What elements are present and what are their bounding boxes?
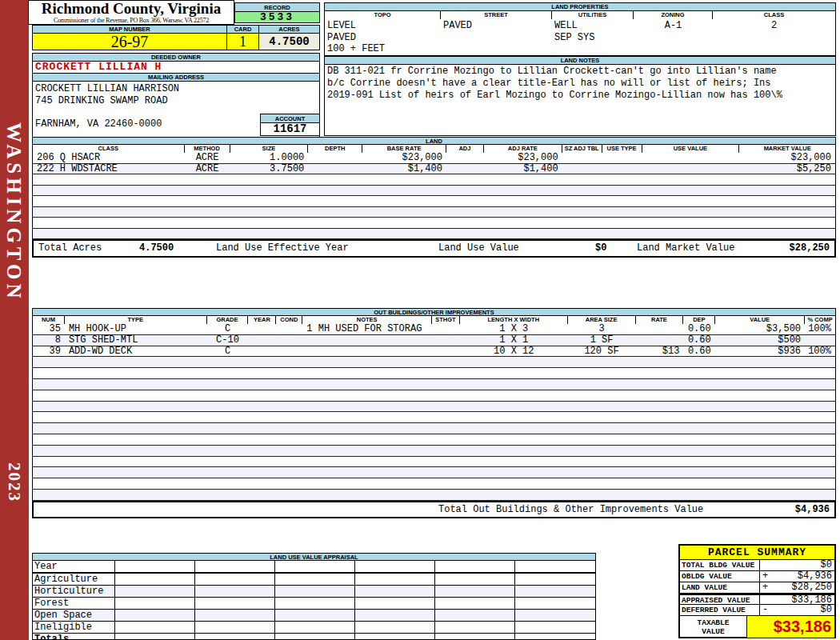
column-header: COND (276, 316, 302, 324)
appraisal-cell (195, 574, 275, 585)
land-use-value: $0 (595, 241, 606, 256)
land-properties-column-header: ZONING (634, 11, 713, 19)
table-cell: 1 X 3 (460, 323, 568, 334)
table-cell: 3.7500 (230, 163, 308, 174)
table-cell: ADD-WD DECK (65, 346, 207, 357)
parcel-summary-operator: + (762, 582, 768, 593)
appraisal-cell (115, 586, 195, 597)
appraisal-cell (435, 634, 515, 640)
mailing-address-line: 745 DRINKING SWAMP ROAD (35, 95, 317, 107)
table-cell: $936 (715, 346, 805, 357)
table-cell: C (207, 346, 249, 357)
table-row (33, 196, 835, 207)
table-cell: 8 (33, 334, 65, 346)
table-cell: MH HOOK-UP (65, 323, 207, 334)
parcel-summary-row-value: +$4,936 (760, 571, 834, 582)
appraisal-cell (355, 598, 435, 609)
table-cell: ACRE (185, 152, 230, 163)
account-value: 11617 (260, 122, 320, 136)
appraisal-row: Horticulture (33, 586, 595, 598)
parcel-summary-row-value: +$28,250 (760, 582, 834, 593)
parcel-summary-row: TOTAL BLDG VALUE$0 (680, 560, 834, 571)
appraisal-row-label: Year (33, 561, 115, 572)
table-row (33, 412, 835, 423)
appraisal-cell (115, 574, 195, 585)
column-header: RATE (636, 316, 684, 324)
taxable-value-row: TAXABLE VALUE $33,186 (680, 616, 834, 638)
taxable-label-line1: TAXABLE (680, 618, 746, 627)
land-properties-column: LEVELPAVED100 + FEET (325, 19, 441, 55)
table-cell: 1 SF (568, 334, 636, 346)
land-properties-column-header: STREET (441, 11, 552, 19)
land-table-rows: 206 Q HSACRACRE1.0000$23,000$23,000$23,0… (32, 153, 836, 239)
table-cell: 0.60 (683, 323, 715, 334)
land-properties-values: LEVELPAVED100 + FEETPAVEDWELLSEP SYSA-12 (324, 19, 836, 56)
out-buildings-rows: 35MH HOOK-UPC1 MH USED FOR STORAG1 X 330… (32, 324, 836, 501)
land-property-value: SEP SYS (554, 32, 634, 44)
table-cell: 10 X 12 (460, 346, 568, 357)
appraisal-cell (435, 610, 515, 621)
table-row (33, 379, 835, 390)
out-buildings-total-row: Total Out Buildings & Other Improvements… (32, 501, 836, 518)
land-properties-column: A-1 (634, 19, 713, 55)
parcel-summary-operator: + (762, 571, 768, 582)
parcel-summary-row-value: -$0 (760, 605, 834, 615)
table-cell: 1 MH USED FOR STORAG (302, 323, 432, 334)
parcel-summary-row-label: OBLDG VALUE (680, 571, 760, 582)
table-cell: ACRE (185, 163, 230, 174)
map-number-field[interactable]: 26-97 (32, 33, 227, 50)
table-row (33, 490, 835, 501)
column-header: DEPTH (308, 145, 362, 153)
land-property-value: WELL (554, 20, 634, 32)
table-row (33, 478, 835, 490)
table-cell: C (207, 323, 249, 334)
appraisal-row-label: Agriculture (33, 574, 115, 585)
appraisal-cell (435, 574, 515, 585)
parcel-summary-row: OBLDG VALUE+$4,936 (680, 571, 834, 582)
land-property-value: PAVED (443, 20, 552, 32)
table-cell: $3,500 (715, 323, 805, 334)
table-cell: 206 Q HSACR (33, 152, 185, 163)
land-properties-column-header: CLASS (713, 11, 835, 19)
appraisal-cell (195, 634, 275, 640)
county-subtitle: Commissioner of the Revenue, PO Box 366,… (29, 17, 234, 24)
table-row: 39ADD-WD DECKC10 X 12120 SF$130.60$93610… (33, 346, 835, 358)
table-cell: 1 X 1 (460, 334, 568, 346)
county-title-box: Richmond County, Virginia Commissioner o… (28, 0, 234, 25)
record-value-field[interactable]: 3533 (234, 11, 320, 23)
land-market-value: $28,250 (790, 241, 830, 256)
land-note-line: 2019-091 List of heirs of Earl Mozingo t… (327, 90, 833, 102)
appraisal-row-label: Horticulture (33, 586, 115, 597)
table-cell: 1.0000 (230, 152, 308, 163)
sidebar-year-label: 2023 (4, 462, 24, 502)
sidebar: WASHINGTON 2023 (0, 0, 29, 640)
table-row (33, 207, 835, 218)
table-row (33, 368, 835, 379)
parcel-summary-amount: $0 (821, 560, 832, 570)
parcel-summary-amount: $33,186 (792, 595, 832, 604)
land-use-appraisal-grid: YearAgricultureHorticultureForestOpen Sp… (32, 560, 596, 640)
appraisal-cell (515, 622, 595, 633)
table-row (33, 434, 835, 446)
land-market-value-label: Land Market Value (637, 241, 734, 256)
column-header: SZ ADJ TBL (562, 145, 602, 153)
table-row (33, 218, 835, 229)
card-value-field[interactable]: 1 (226, 33, 259, 50)
land-property-value: A-1 (634, 20, 713, 32)
table-row (33, 457, 835, 468)
land-notes-text: DB 311-021 fr Corrine Mozingo to Lillian… (324, 64, 836, 136)
land-property-value: 2 (713, 20, 835, 32)
appraisal-cell (515, 574, 595, 585)
parcel-summary-row-value: $0 (760, 560, 834, 570)
parcel-summary-row-label: DEFERRED VALUE (680, 605, 760, 615)
land-properties-column: WELLSEP SYS (552, 19, 634, 55)
appraisal-cell (115, 634, 195, 640)
table-cell: 0.60 (683, 334, 715, 346)
table-cell: $23,000 (484, 152, 562, 163)
table-row (33, 467, 835, 478)
column-header: YEAR (248, 316, 276, 324)
table-row: 8STG SHED-MTLC-101 X 11 SF0.60$500 (33, 335, 835, 346)
taxable-value: $33,186 (747, 616, 834, 638)
land-properties-column: 2 (713, 19, 835, 55)
total-acres-label: Total Acres (38, 241, 102, 256)
